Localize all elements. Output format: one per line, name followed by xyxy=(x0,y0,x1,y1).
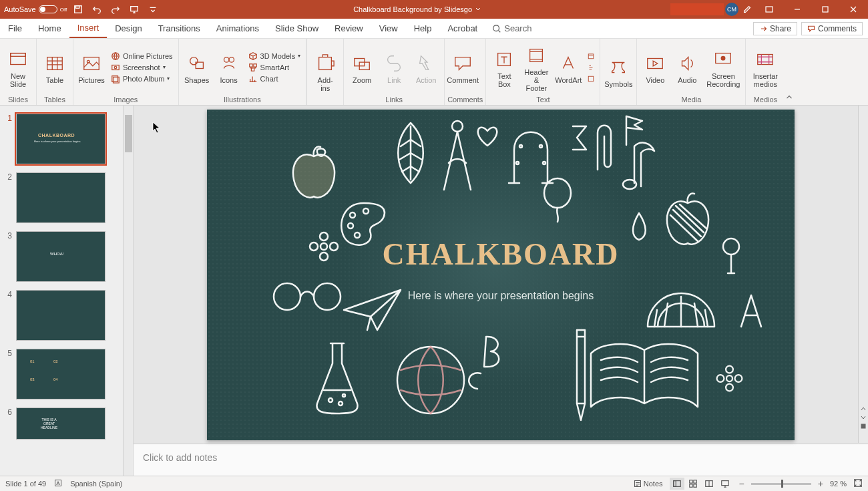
tab-file[interactable]: File xyxy=(0,19,30,38)
addins-button[interactable]: Add- ins xyxy=(310,50,341,92)
video-button[interactable]: Video xyxy=(640,50,670,84)
group-illustrations: Shapes Icons 3D Models▾ SmartArt Chart I… xyxy=(179,39,307,105)
slide-title[interactable]: CHALKBOARD xyxy=(207,236,795,272)
screenshot-button[interactable]: Screenshot▾ xyxy=(108,62,176,73)
slideshow-view-button[interactable] xyxy=(718,478,732,490)
comments-button[interactable]: Comments xyxy=(801,22,863,35)
thumbnail-scrollbar[interactable] xyxy=(123,106,133,476)
date-time-button[interactable] xyxy=(585,51,597,61)
icons-button[interactable]: Icons xyxy=(214,50,244,84)
accessibility-icon[interactable] xyxy=(54,479,62,488)
user-avatar[interactable]: CM xyxy=(725,3,738,16)
tab-design[interactable]: Design xyxy=(107,19,150,38)
thumbnail-2[interactable]: 2 xyxy=(0,170,133,228)
editor-scrollbar[interactable] xyxy=(858,106,868,443)
svg-point-47 xyxy=(343,394,345,397)
language-indicator[interactable]: Spanish (Spain) xyxy=(70,480,122,488)
group-symbols: Symbols xyxy=(600,39,637,105)
slide-subtitle[interactable]: Here is where your presentation begins xyxy=(207,290,795,302)
slide-number-button[interactable] xyxy=(585,62,597,73)
svg-rect-6 xyxy=(11,53,26,65)
customize-qat-button[interactable] xyxy=(146,2,160,17)
present-from-start-button[interactable] xyxy=(127,2,142,17)
tab-acrobat[interactable]: Acrobat xyxy=(439,19,485,38)
svg-rect-30 xyxy=(648,58,663,68)
reading-view-button[interactable] xyxy=(702,478,716,490)
notes-pane[interactable]: Click to add notes xyxy=(134,444,868,476)
zoom-percent[interactable]: 92 % xyxy=(830,480,847,488)
zoom-button[interactable]: Zoom xyxy=(347,50,377,84)
undo-button[interactable] xyxy=(89,2,104,17)
tab-home[interactable]: Home xyxy=(30,19,69,38)
close-button[interactable] xyxy=(840,0,867,19)
tab-slideshow[interactable]: Slide Show xyxy=(267,19,327,38)
autosave-toggle[interactable]: AutoSave Off xyxy=(4,5,67,13)
thumbnail-3[interactable]: 3 WHOA! xyxy=(0,228,133,287)
chart-button[interactable]: Chart xyxy=(246,73,304,84)
svg-point-5 xyxy=(493,25,499,31)
slide-counter[interactable]: Slide 1 of 49 xyxy=(5,480,46,488)
symbols-button[interactable]: Symbols xyxy=(603,54,634,88)
status-bar: Slide 1 of 49 Spanish (Spain) Notes − + … xyxy=(0,476,868,491)
shapes-button[interactable]: Shapes xyxy=(182,50,212,84)
tab-transitions[interactable]: Transitions xyxy=(150,19,208,38)
object-button[interactable] xyxy=(585,73,597,84)
insertar-medios-button[interactable]: Insertar medios xyxy=(748,46,782,88)
thumbnail-4[interactable]: 4 xyxy=(0,287,133,346)
wordart-button[interactable]: WordArt xyxy=(553,50,584,84)
pen-icon[interactable] xyxy=(740,2,754,17)
document-title: Chalkboard Background by Slidesgo xyxy=(164,5,670,13)
comment-button[interactable]: Comment xyxy=(447,50,478,84)
svg-point-58 xyxy=(726,365,733,373)
user-account-placeholder[interactable] xyxy=(670,3,724,15)
ribbon: New Slide Slides Table Tables Pictures O… xyxy=(0,39,868,106)
audio-button[interactable]: Audio xyxy=(672,50,702,84)
new-slide-button[interactable]: New Slide xyxy=(3,46,33,88)
save-button[interactable] xyxy=(71,2,85,17)
redo-button[interactable] xyxy=(108,2,123,17)
collapse-ribbon-button[interactable] xyxy=(785,93,794,102)
zoom-slider[interactable] xyxy=(751,483,811,485)
zoom-in-button[interactable]: + xyxy=(818,478,823,489)
thumbnail-5[interactable]: 5 01020304 xyxy=(0,346,133,405)
online-pictures-button[interactable]: Online Pictures xyxy=(108,51,176,61)
svg-point-50 xyxy=(516,162,519,164)
search-button[interactable]: Search xyxy=(485,19,538,38)
svg-rect-66 xyxy=(673,481,676,487)
ribbon-display-button[interactable] xyxy=(756,0,783,19)
fit-to-window-button[interactable] xyxy=(853,478,863,489)
zoom-out-button[interactable]: − xyxy=(739,478,744,489)
header-footer-button[interactable]: Header & Footer xyxy=(521,42,552,92)
3d-models-button[interactable]: 3D Models▾ xyxy=(246,51,304,61)
share-button[interactable]: Share xyxy=(753,22,797,35)
tab-insert[interactable]: Insert xyxy=(69,19,107,38)
svg-rect-29 xyxy=(589,76,594,81)
tab-animations[interactable]: Animations xyxy=(208,19,267,38)
text-box-button[interactable]: Text Box xyxy=(489,46,519,88)
svg-rect-28 xyxy=(589,53,594,58)
svg-point-34 xyxy=(350,212,355,218)
normal-view-button[interactable] xyxy=(670,478,684,490)
svg-rect-22 xyxy=(251,67,254,70)
slide-thumbnails: 1 CHALKBOARDHere is where your presentat… xyxy=(0,106,134,476)
slide-canvas-area[interactable]: CHALKBOARD Here is where your presentati… xyxy=(134,106,868,444)
svg-point-46 xyxy=(339,401,343,405)
svg-rect-2 xyxy=(131,7,138,11)
pictures-button[interactable]: Pictures xyxy=(76,50,107,84)
notes-toggle[interactable]: Notes xyxy=(634,480,663,488)
svg-rect-1 xyxy=(76,6,79,9)
tab-review[interactable]: Review xyxy=(327,19,371,38)
group-media: Video Audio Screen Recording Media xyxy=(637,39,746,105)
thumbnail-6[interactable]: 6 THIS IS AGREATHEADLINE xyxy=(0,405,133,445)
maximize-button[interactable] xyxy=(812,0,839,19)
tab-view[interactable]: View xyxy=(371,19,406,38)
thumbnail-1[interactable]: 1 CHALKBOARDHere is where your presentat… xyxy=(0,111,133,170)
sorter-view-button[interactable] xyxy=(686,478,700,490)
smartart-button[interactable]: SmartArt xyxy=(246,62,304,73)
tab-help[interactable]: Help xyxy=(406,19,440,38)
notes-placeholder: Click to add notes xyxy=(143,452,217,463)
screen-recording-button[interactable]: Screen Recording xyxy=(704,46,742,88)
photo-album-button[interactable]: Photo Album▾ xyxy=(108,73,176,84)
minimize-button[interactable] xyxy=(784,0,811,19)
table-button[interactable]: Table xyxy=(39,50,70,84)
